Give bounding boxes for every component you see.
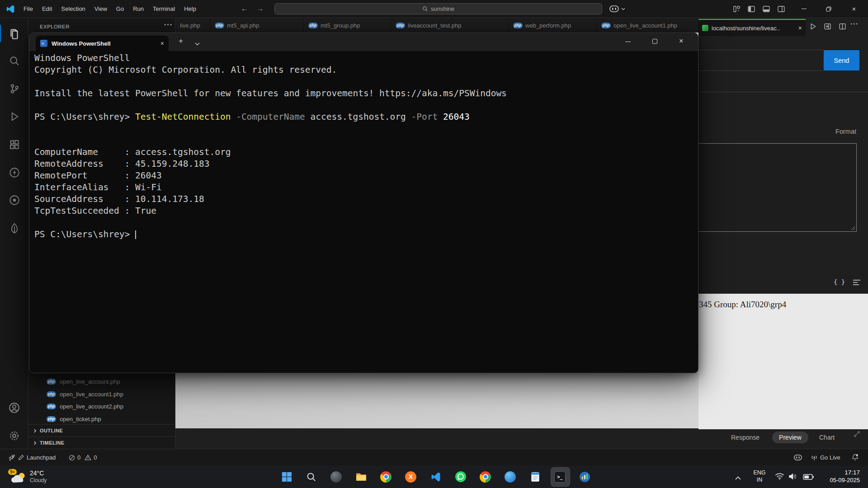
format-label[interactable]: Format xyxy=(835,128,856,135)
editor-tab-liveaccount_test.php[interactable]: phpliveaccount_test.php xyxy=(391,18,509,33)
php-file-icon: php xyxy=(396,23,405,28)
rocket-icon xyxy=(8,454,15,461)
launchpad-item[interactable]: Launchpad xyxy=(8,449,56,466)
sidebar-item-extension-circle[interactable] xyxy=(0,190,28,210)
tray-language-indicator[interactable]: ENG IN xyxy=(750,469,769,483)
open-in-editor-icon[interactable] xyxy=(824,23,831,32)
file-item-open_ticket.php[interactable]: phpopen_ticket.php xyxy=(28,413,175,425)
weather-widget[interactable]: 9+ 24°C Cloudy xyxy=(6,465,50,488)
editor-tab-label: mt5_api.php xyxy=(227,22,259,29)
window-minimize-button[interactable] xyxy=(793,0,814,18)
toggle-secondary-sidebar-icon[interactable] xyxy=(778,6,785,14)
browser-tab-favicon xyxy=(702,25,708,31)
terminal-output[interactable]: Windows PowerShellCopyright (C) Microsof… xyxy=(34,51,696,371)
terminal-minimize-button[interactable] xyxy=(625,42,631,42)
notifications-bell-icon[interactable] xyxy=(852,454,859,463)
tray-show-hidden-icon[interactable] xyxy=(735,474,741,482)
account-icon[interactable] xyxy=(0,398,28,418)
go-live-item[interactable]: Go Live xyxy=(811,449,840,466)
history-forward-icon[interactable]: → xyxy=(257,5,264,12)
problems-item[interactable]: 0 0 xyxy=(69,449,97,466)
sidebar-item-run-debug[interactable] xyxy=(0,107,28,127)
sidebar-item-extensions[interactable] xyxy=(0,135,28,155)
file-item-open_live_account1.php[interactable]: phpopen_live_account1.php xyxy=(28,388,175,400)
window-close-button[interactable]: × xyxy=(844,0,864,18)
taskbar-chrome-2-icon[interactable] xyxy=(473,465,498,488)
taskbar-chrome-icon[interactable] xyxy=(373,465,398,488)
terminal-titlebar[interactable]: >_ Windows PowerShell × + × xyxy=(29,33,698,51)
browser-tab-close-icon[interactable]: × xyxy=(798,24,802,32)
taskbar-trading-app-icon[interactable] xyxy=(572,465,597,488)
tab-dropdown-icon[interactable] xyxy=(195,39,200,47)
menu-go[interactable]: Go xyxy=(112,3,128,15)
section-timeline[interactable]: TIMELINE xyxy=(28,436,175,449)
terminal-close-button[interactable]: × xyxy=(679,37,683,45)
editor-tab-open_live_account1.php[interactable]: phpopen_live_account1.php xyxy=(597,18,698,33)
taskbar-search-icon[interactable] xyxy=(299,465,324,488)
taskbar-terminal-icon[interactable]: >_ xyxy=(547,465,572,488)
tray-clock[interactable]: 17:17 05-09-2025 xyxy=(816,469,860,484)
taskbar-dark-app-icon[interactable] xyxy=(324,465,349,488)
menu-bar: FileEditSelectionViewGoRunTerminalHelp xyxy=(19,0,201,18)
more-actions-icon[interactable]: ··· xyxy=(850,20,859,28)
send-button[interactable]: Send xyxy=(824,50,859,70)
section-outline[interactable]: OUTLINE xyxy=(28,424,175,436)
taskbar-vscode-icon[interactable] xyxy=(423,465,448,488)
expand-panel-icon[interactable] xyxy=(853,430,861,440)
editor-tab-mt5_group.php[interactable]: phpmt5_group.php xyxy=(304,18,391,33)
terminal-maximize-button[interactable] xyxy=(652,39,657,44)
menu-help[interactable]: Help xyxy=(179,3,201,15)
file-item-open_live_account2.php[interactable]: phpopen_live_account2.php xyxy=(28,400,175,413)
tab-preview[interactable]: Preview xyxy=(772,432,808,443)
taskbar-whatsapp-icon[interactable] xyxy=(448,465,473,488)
wifi-icon[interactable] xyxy=(775,473,784,482)
taskbar-file-explorer-icon[interactable] xyxy=(349,465,373,488)
php-file-icon: php xyxy=(47,404,56,409)
taskbar-blue-app-icon[interactable] xyxy=(498,465,523,488)
terminal-tab[interactable]: >_ Windows PowerShell × xyxy=(36,36,169,51)
sidebar-item-explorer[interactable] xyxy=(0,24,28,44)
copilot-status-icon[interactable] xyxy=(794,454,802,462)
tab-response[interactable]: Response xyxy=(731,432,760,443)
history-back-icon[interactable]: ← xyxy=(241,5,248,12)
sidebar-item-thunder-client[interactable] xyxy=(0,163,28,183)
split-editor-icon[interactable] xyxy=(839,23,846,32)
window-restore-button[interactable] xyxy=(818,0,839,18)
menu-file[interactable]: File xyxy=(19,3,38,15)
menu-run[interactable]: Run xyxy=(128,3,148,15)
volume-icon[interactable] xyxy=(788,473,797,482)
menu-terminal[interactable]: Terminal xyxy=(148,3,179,15)
command-center-search[interactable]: sunshine xyxy=(274,3,602,14)
file-item-open_live_account.php[interactable]: phpopen_live_account.php xyxy=(28,375,175,388)
menu-edit[interactable]: Edit xyxy=(38,3,57,15)
explorer-more-actions-icon[interactable]: ··· xyxy=(164,21,173,29)
resize-grip-icon[interactable] xyxy=(851,226,855,230)
settings-gear-icon[interactable] xyxy=(0,426,28,446)
editor-tab-mt5_api.php[interactable]: phpmt5_api.php xyxy=(210,18,304,33)
toggle-sidebar-icon[interactable] xyxy=(748,6,755,14)
sidebar-item-mongodb[interactable] xyxy=(0,218,28,238)
taskbar-notepad-icon[interactable] xyxy=(523,465,547,488)
editor-tab-web_perform.php[interactable]: phpweb_perform.php xyxy=(509,18,597,33)
taskbar-start-icon[interactable] xyxy=(274,465,299,488)
sidebar-item-source-control[interactable] xyxy=(0,79,28,99)
terminal-line xyxy=(34,123,696,135)
run-preview-icon[interactable] xyxy=(809,23,817,32)
sidebar-item-search[interactable] xyxy=(0,51,28,71)
terminal-tab-close-icon[interactable]: × xyxy=(160,40,164,47)
json-braces-icon[interactable]: { } xyxy=(834,278,845,286)
browser-tab[interactable]: localhost/sunshine/liveac.. × xyxy=(698,19,806,36)
customize-layout-icon[interactable] xyxy=(733,6,740,14)
taskbar-xampp-icon[interactable]: X xyxy=(398,465,423,488)
new-tab-icon[interactable]: + xyxy=(179,37,183,46)
battery-icon[interactable] xyxy=(803,474,814,482)
menu-selection[interactable]: Selection xyxy=(57,3,90,15)
request-body-textarea[interactable] xyxy=(698,143,857,232)
align-lines-icon[interactable] xyxy=(853,279,861,287)
copilot-icon[interactable] xyxy=(609,5,625,12)
editor-tab-live.php[interactable]: live.php xyxy=(175,18,210,33)
tab-chart[interactable]: Chart xyxy=(819,432,835,443)
toggle-panel-icon[interactable] xyxy=(763,6,770,14)
terminal-line xyxy=(34,76,696,88)
menu-view[interactable]: View xyxy=(90,3,112,15)
